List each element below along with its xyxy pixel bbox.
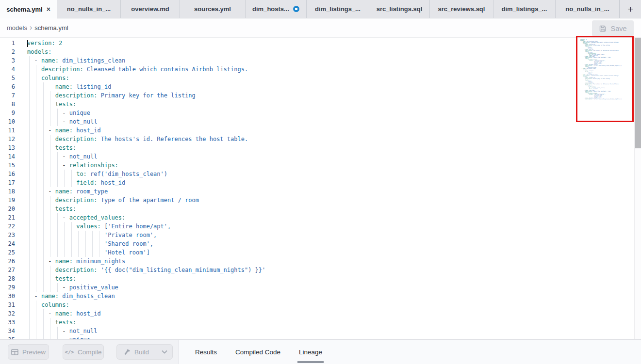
- yaml-value: The hosts's id. References the host tabl…: [101, 136, 248, 142]
- tab-label: schema.yml: [6, 6, 42, 13]
- breadcrumb-folder[interactable]: models: [7, 24, 27, 32]
- code-line[interactable]: 4 description: Cleansed table which cont…: [0, 65, 634, 74]
- save-button[interactable]: Save: [592, 20, 634, 36]
- line-number: 19: [0, 196, 15, 205]
- yaml-dash: -: [48, 83, 55, 90]
- close-icon[interactable]: ×: [47, 6, 50, 13]
- minimap-content: version: 2models: - name: dim_listings_c…: [580, 39, 631, 100]
- code-line[interactable]: 11 - name: host_id: [0, 126, 634, 135]
- editor-scrollbar: [634, 38, 641, 339]
- line-number: 34: [0, 327, 15, 335]
- code-line[interactable]: 32 - name: host_id: [0, 309, 634, 318]
- plus-icon: +: [627, 4, 633, 14]
- code-line[interactable]: 24 'Shared room',: [0, 239, 634, 248]
- yaml-value: 2: [59, 40, 62, 47]
- editor-tab-overview-md[interactable]: overview.md: [121, 0, 180, 18]
- code-line[interactable]: 28 tests:: [0, 274, 634, 283]
- editor-tab-dim-hosts[interactable]: dim_hosts...: [246, 0, 307, 18]
- yaml-value: Type of the apartment / room: [101, 197, 199, 204]
- build-dropdown-button[interactable]: [156, 344, 173, 360]
- tab-lineage[interactable]: Lineage: [299, 340, 322, 364]
- yaml-value: minimum_nights: [76, 258, 125, 265]
- build-button-group: Build: [116, 344, 173, 360]
- yaml-value: listing_id: [76, 83, 111, 90]
- compile-label: Compile: [78, 348, 102, 356]
- scrollbar-thumb[interactable]: [635, 38, 641, 148]
- preview-button[interactable]: Preview: [8, 344, 49, 360]
- code-line[interactable]: 27 description: '{{ doc("dim_listing_cle…: [0, 266, 634, 274]
- yaml-value: The hosts's id. References the host tabl…: [593, 50, 619, 51]
- code-line[interactable]: 13 tests:: [0, 143, 634, 152]
- tab-compiled-code[interactable]: Compiled Code: [235, 340, 280, 364]
- code-line[interactable]: 29 - positive_value: [0, 283, 634, 292]
- yaml-key: description:: [55, 267, 98, 273]
- editor-tab-dim-listings[interactable]: dim_listings_...: [307, 0, 369, 18]
- yaml-key: description:: [55, 136, 98, 142]
- yaml-key: description:: [585, 99, 592, 100]
- editor-tab-schema-yml[interactable]: schema.yml×: [0, 0, 57, 18]
- new-tab-button[interactable]: +: [620, 0, 641, 18]
- editor-tab-sources-yml[interactable]: sources.yml: [180, 0, 246, 18]
- build-button[interactable]: Build: [116, 344, 156, 360]
- code-line[interactable]: 8 tests:: [0, 100, 634, 109]
- code-line[interactable]: 25 'Hotel room']: [0, 248, 634, 257]
- editor-tab-src-reviews-sql[interactable]: src_reviews.sql: [430, 0, 493, 18]
- line-number: 23: [0, 231, 15, 239]
- code-line[interactable]: 16 to: ref('dim_hosts_clean'): [0, 170, 634, 178]
- editor-tab-dim-listings[interactable]: dim_listings_...: [493, 0, 556, 18]
- code-line[interactable]: 22 values: ['Entire home/apt',: [0, 222, 634, 231]
- yaml-dash: -: [62, 118, 69, 125]
- yaml-value: ref('dim_hosts_clean'): [90, 171, 167, 177]
- line-number: 35: [0, 335, 15, 339]
- line-number: 10: [0, 117, 15, 126]
- minimap[interactable]: version: 2models: - name: dim_listings_c…: [580, 39, 632, 337]
- code-line[interactable]: 9 - unique: [0, 109, 634, 117]
- action-buttons-section: Preview </> Compile Build: [0, 340, 179, 364]
- code-line[interactable]: 2models:: [0, 47, 634, 56]
- tab-label: src_listings.sql: [377, 5, 423, 13]
- yaml-value: not_null: [69, 328, 98, 334]
- code-line[interactable]: 31 columns:: [0, 301, 634, 309]
- yaml-key: tests:: [55, 206, 76, 212]
- editor-tab-src-listings-sql[interactable]: src_listings.sql: [369, 0, 430, 18]
- code-line[interactable]: 14 - not_null: [0, 152, 634, 161]
- code-line[interactable]: 33 tests:: [0, 318, 634, 327]
- code-lines: 1version: 22models:3 - name: dim_listing…: [0, 38, 634, 339]
- code-line[interactable]: 34 - not_null: [0, 327, 634, 335]
- code-line[interactable]: 1version: 2: [0, 39, 634, 47]
- yaml-value: host_id: [589, 70, 593, 71]
- code-line[interactable]: 26 - name: minimum_nights: [0, 257, 634, 266]
- code-line[interactable]: 7 description: Primary key for the listi…: [0, 91, 634, 100]
- code-line[interactable]: 19 description: Type of the apartment / …: [0, 196, 634, 205]
- code-line[interactable]: 5 columns:: [0, 74, 634, 82]
- code-line[interactable]: 18 - name: room_type: [0, 187, 634, 196]
- code-line[interactable]: 12 description: The hosts's id. Referenc…: [0, 135, 634, 143]
- yaml-dash: -: [34, 293, 41, 300]
- code-line[interactable]: 17 field: host_id: [0, 178, 634, 187]
- code-line[interactable]: 15 - relationships:: [0, 161, 634, 170]
- yaml-key: description:: [41, 66, 83, 73]
- code-line[interactable]: 35 - unique: [0, 335, 634, 339]
- code-line[interactable]: 23 'Private room',: [0, 231, 634, 239]
- code-line[interactable]: 21 - accepted_values:: [0, 213, 634, 222]
- code-editor[interactable]: 1version: 22models:3 - name: dim_listing…: [0, 38, 634, 339]
- tab-results[interactable]: Results: [195, 340, 217, 364]
- line-number: 5: [0, 74, 15, 82]
- yaml-dash: -: [48, 258, 55, 265]
- code-icon: </>: [65, 349, 74, 355]
- editor-tab-no-nulls-in[interactable]: no_nulls_in_...: [57, 0, 121, 18]
- editor-tab-no-nulls-in[interactable]: no_nulls_in_...: [556, 0, 620, 18]
- code-line[interactable]: 6 - name: listing_id: [0, 82, 634, 91]
- line-number: 15: [0, 161, 15, 170]
- line-number: 1: [0, 39, 15, 47]
- yaml-value: Cleansed table which contains Airbnb lis…: [591, 75, 619, 76]
- yaml-dash: -: [48, 188, 55, 195]
- code-line[interactable]: 20 tests:: [0, 205, 634, 213]
- code-line[interactable]: 3 - name: dim_listings_clean: [0, 56, 634, 65]
- yaml-key: tests:: [55, 275, 76, 282]
- code-line[interactable]: 30 - name: dim_hosts_clean: [0, 292, 634, 301]
- code-line[interactable]: 10 - not_null: [0, 117, 634, 126]
- compile-button[interactable]: </> Compile: [63, 344, 104, 360]
- line-number: 8: [0, 100, 15, 109]
- editor-tab-bar: schema.yml×no_nulls_in_...overview.mdsou…: [0, 0, 641, 18]
